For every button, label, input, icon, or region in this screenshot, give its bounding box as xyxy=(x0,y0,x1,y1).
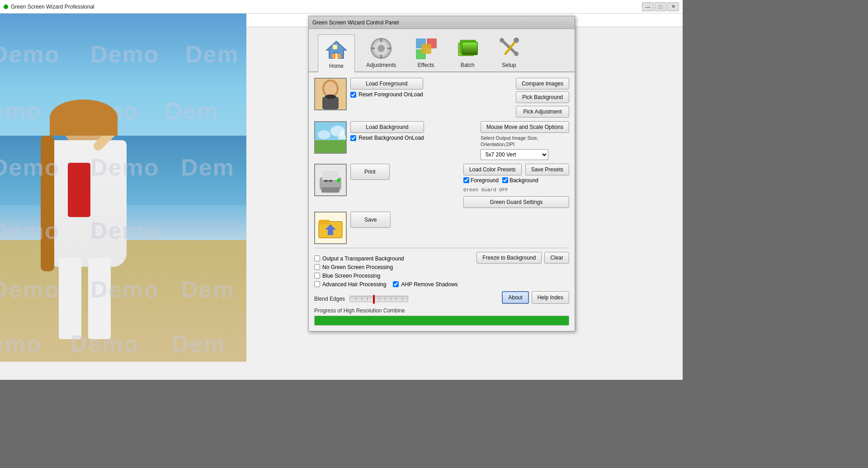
output-size-group: Select Output Image Size,Orientation,DPI… xyxy=(481,135,569,160)
nav-batch[interactable]: Batch xyxy=(449,33,486,71)
setup-icon xyxy=(497,37,521,60)
advanced-hair-checkbox[interactable] xyxy=(314,281,320,287)
close-button[interactable]: ✕ xyxy=(667,2,679,11)
load-foreground-button[interactable]: Load Foreground xyxy=(350,78,423,90)
save-row: Save xyxy=(314,212,569,244)
svg-rect-2 xyxy=(337,54,341,58)
reset-background-label: Reset Background OnLoad xyxy=(359,135,424,141)
svg-rect-3 xyxy=(333,45,337,49)
freeze-clear-buttons: Freeze to Background Clear xyxy=(476,252,569,264)
svg-marker-0 xyxy=(326,41,346,58)
ahp-remove-shadows-checkbox[interactable] xyxy=(393,281,399,287)
clear-button[interactable]: Clear xyxy=(544,252,569,264)
output-size-label: Select Output Image Size,Orientation,DPI xyxy=(481,135,569,148)
help-index-button[interactable]: Help Index xyxy=(532,291,569,304)
background-thumbnail xyxy=(314,121,347,154)
green-guard-settings-button[interactable]: Green Guard Settings xyxy=(463,196,569,208)
background-preset-checkbox[interactable] xyxy=(502,177,508,183)
control-panel-title-bar: Green Screen Wizard Control Panel xyxy=(309,16,575,29)
svg-point-40 xyxy=(337,179,340,182)
slider-tick-6 xyxy=(385,297,385,301)
nav-home[interactable]: Home xyxy=(318,34,355,72)
green-guard-status: Green Guard OFF xyxy=(463,187,569,193)
blend-about-row: Blend Edges About Help Index xyxy=(314,291,569,304)
blue-screen-checkbox[interactable] xyxy=(314,273,320,279)
slider-tick-5 xyxy=(379,297,379,301)
blend-edges-thumb xyxy=(373,295,375,304)
freeze-to-background-button[interactable]: Freeze to Background xyxy=(476,252,542,264)
options-section: Output a Transparent Background No Green… xyxy=(314,255,458,288)
compare-images-button[interactable]: Compare Images xyxy=(516,78,569,90)
window-controls: — □ ✕ xyxy=(642,2,679,11)
foreground-thumbnail xyxy=(314,78,347,110)
foreground-preset-checkbox-row: Foreground xyxy=(463,177,499,184)
nav-adjustments[interactable]: Adjustments xyxy=(359,33,403,71)
divider-1 xyxy=(314,248,569,248)
output-size-select[interactable]: 5x7 200 Vert 4x6 200 Horiz 8x10 300 Vert… xyxy=(481,149,548,160)
transparent-bg-label: Output a Transparent Background xyxy=(322,255,404,262)
svg-rect-10 xyxy=(387,47,391,49)
background-preset-checkbox-row: Background xyxy=(502,177,538,184)
pick-adjustment-button[interactable]: Pick Adjustment xyxy=(516,106,569,118)
folder-thumbnail xyxy=(314,212,347,244)
maximize-button[interactable]: □ xyxy=(655,2,666,11)
svg-point-33 xyxy=(330,126,345,137)
blend-edges-label: Blend Edges xyxy=(314,296,345,302)
printer-thumbnail xyxy=(314,164,347,196)
load-color-presets-button[interactable]: Load Color Presets xyxy=(463,164,522,175)
load-background-button[interactable]: Load Background xyxy=(350,121,424,133)
svg-rect-18 xyxy=(462,42,477,55)
svg-point-23 xyxy=(514,52,519,56)
pick-background-button[interactable]: Pick Background xyxy=(516,91,569,103)
app-title: Green Screen Wizard Professional xyxy=(11,4,94,10)
svg-point-22 xyxy=(500,38,504,43)
slider-tick-1 xyxy=(356,297,356,301)
svg-rect-43 xyxy=(319,220,330,224)
figure-hair-braid xyxy=(41,136,54,271)
figure-leg-left xyxy=(59,258,81,339)
folder-thumbnail-svg xyxy=(315,213,346,243)
no-green-screen-label: No Green Screen Processing xyxy=(322,264,393,270)
slider-tick-3 xyxy=(367,297,368,301)
control-panel-content: Load Foreground Reset Foreground OnLoad … xyxy=(309,72,575,331)
save-presets-button[interactable]: Save Presets xyxy=(525,164,569,175)
foreground-buttons: Load Foreground Reset Foreground OnLoad xyxy=(350,78,423,98)
reset-foreground-checkbox-row: Reset Foreground OnLoad xyxy=(350,91,423,98)
slider-tick-8 xyxy=(396,297,396,301)
slider-tick-7 xyxy=(391,297,391,301)
foreground-preset-checkbox[interactable] xyxy=(463,177,469,183)
app-icon xyxy=(4,5,8,9)
navigation-bar: Home Adjustments xyxy=(309,29,575,72)
ahp-remove-shadows-label: AHP Remove Shadows xyxy=(401,281,458,288)
home-icon xyxy=(325,38,348,61)
minimize-button[interactable]: — xyxy=(642,2,654,11)
nav-effects[interactable]: Effects xyxy=(407,33,444,71)
no-green-screen-checkbox[interactable] xyxy=(314,264,320,270)
reset-background-checkbox-row: Reset Background OnLoad xyxy=(350,135,424,141)
preview-canvas: Demo Demo Dem Demo Demo Dem Demo Demo De… xyxy=(0,14,246,362)
figure-hair-top xyxy=(50,99,118,136)
svg-rect-38 xyxy=(324,180,328,182)
about-button[interactable]: About xyxy=(502,291,528,304)
no-green-screen-row: No Green Screen Processing xyxy=(314,264,458,270)
advanced-hair-row: Advanced Hair Processing AHP Remove Shad… xyxy=(314,281,458,288)
slider-tick-2 xyxy=(362,297,362,301)
nav-setup[interactable]: Setup xyxy=(491,33,528,71)
control-panel-title: Green Screen Wizard Control Panel xyxy=(312,19,399,26)
reset-background-checkbox[interactable] xyxy=(350,135,356,141)
nav-effects-label: Effects xyxy=(418,62,434,68)
blend-edges-slider[interactable] xyxy=(349,296,408,302)
transparent-bg-checkbox[interactable] xyxy=(314,255,320,261)
print-button[interactable]: Print xyxy=(350,164,390,180)
mouse-move-scale-button[interactable]: Mouse Move and Scale Options xyxy=(481,121,569,133)
save-button[interactable]: Save xyxy=(350,212,391,228)
background-buttons: Load Background Reset Background OnLoad xyxy=(350,121,424,141)
effects-icon xyxy=(414,37,438,60)
freeze-clear-row: Freeze to Background Clear xyxy=(476,252,569,264)
reset-foreground-checkbox[interactable] xyxy=(350,92,356,98)
svg-rect-14 xyxy=(421,44,431,54)
svg-rect-37 xyxy=(321,187,340,193)
slider-tick-9 xyxy=(402,297,402,301)
svg-rect-1 xyxy=(332,54,335,58)
progress-bar-fill xyxy=(315,316,569,325)
